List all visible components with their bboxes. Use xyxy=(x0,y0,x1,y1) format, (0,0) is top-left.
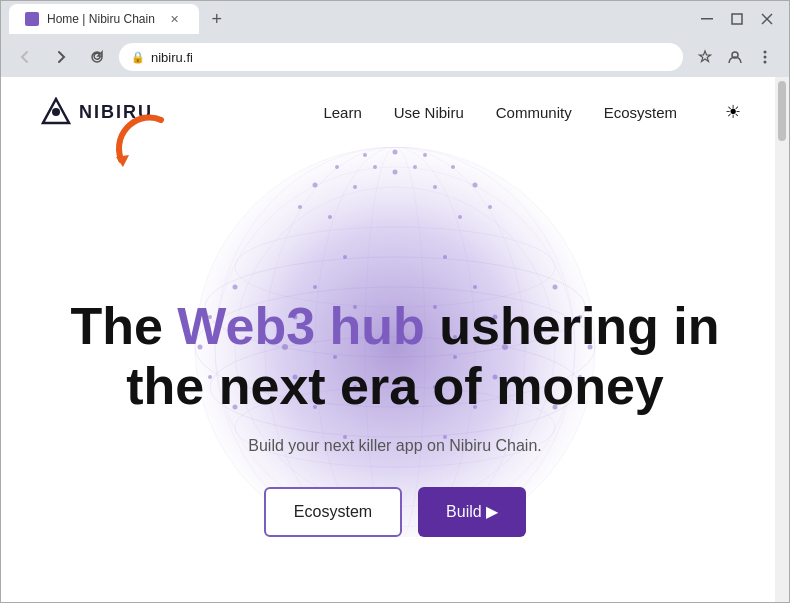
close-button[interactable] xyxy=(753,5,781,33)
active-tab[interactable]: Home | Nibiru Chain ✕ xyxy=(9,4,199,34)
tab-favicon xyxy=(25,12,39,26)
page-content: NIBIRU Learn Use Nibiru Community Ecosys… xyxy=(1,77,789,602)
browser-window: Home | Nibiru Chain ✕ + xyxy=(0,0,790,603)
reload-button[interactable] xyxy=(83,43,111,71)
svg-marker-8 xyxy=(116,155,129,167)
tab-area: Home | Nibiru Chain ✕ + xyxy=(9,4,689,34)
nav-link-ecosystem[interactable]: Ecosystem xyxy=(604,104,677,121)
minimize-button[interactable] xyxy=(693,5,721,33)
hero-content: The Web3 hub ushering in the next era of… xyxy=(1,297,789,537)
address-actions xyxy=(691,43,779,71)
hero-subtitle: Build your next killer app on Nibiru Cha… xyxy=(41,437,749,455)
build-button[interactable]: Build ▶ xyxy=(418,487,526,537)
bookmark-star-button[interactable] xyxy=(691,43,719,71)
window-controls xyxy=(693,5,781,33)
nibiru-logo-icon xyxy=(41,97,71,127)
title-bar: Home | Nibiru Chain ✕ + xyxy=(1,1,789,37)
hero-title-start: The xyxy=(70,297,177,355)
nav-links: Learn Use Nibiru Community Ecosystem ☀ xyxy=(323,96,749,128)
svg-point-6 xyxy=(764,56,767,59)
maximize-button[interactable] xyxy=(723,5,751,33)
nav-link-community[interactable]: Community xyxy=(496,104,572,121)
nav-link-learn[interactable]: Learn xyxy=(323,104,361,121)
new-tab-button[interactable]: + xyxy=(203,5,231,33)
url-bar[interactable]: 🔒 nibiru.fi xyxy=(119,43,683,71)
hero-section: The Web3 hub ushering in the next era of… xyxy=(1,147,789,537)
hero-buttons: Ecosystem Build ▶ xyxy=(41,487,749,537)
nav-link-use-nibiru[interactable]: Use Nibiru xyxy=(394,104,464,121)
url-text: nibiru.fi xyxy=(151,50,671,65)
lock-icon: 🔒 xyxy=(131,51,145,64)
back-button[interactable] xyxy=(11,43,39,71)
svg-rect-1 xyxy=(732,14,742,24)
svg-point-7 xyxy=(764,61,767,64)
address-bar: 🔒 nibiru.fi xyxy=(1,37,789,77)
tab-title: Home | Nibiru Chain xyxy=(47,12,155,26)
tab-close-button[interactable]: ✕ xyxy=(167,11,183,27)
forward-button[interactable] xyxy=(47,43,75,71)
pointer-arrow xyxy=(101,105,181,189)
theme-toggle-button[interactable]: ☀ xyxy=(717,96,749,128)
svg-point-5 xyxy=(764,51,767,54)
svg-point-10 xyxy=(52,108,60,116)
profile-button[interactable] xyxy=(721,43,749,71)
hero-title-highlight: Web3 hub xyxy=(177,297,424,355)
more-options-button[interactable] xyxy=(751,43,779,71)
ecosystem-button[interactable]: Ecosystem xyxy=(264,487,402,537)
hero-title: The Web3 hub ushering in the next era of… xyxy=(41,297,749,417)
svg-rect-0 xyxy=(701,18,713,20)
